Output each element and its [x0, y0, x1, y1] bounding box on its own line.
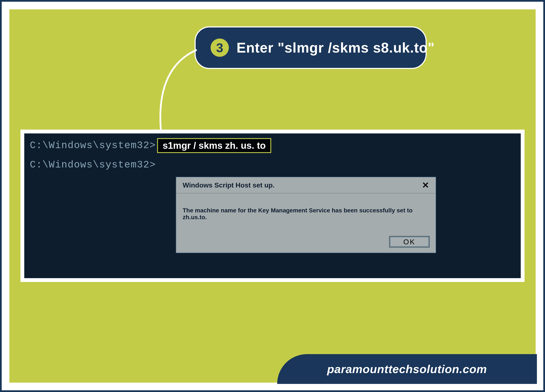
highlighted-command: s1mgr / skms zh. us. to — [157, 138, 271, 153]
dialog-title-bar: Windows Script Host set up. ✕ — [176, 177, 436, 193]
terminal-prompt-1: C:\Windows\system32> — [30, 140, 156, 151]
terminal-window[interactable]: C:\Windows\system32> s1mgr / skms zh. us… — [24, 134, 521, 278]
dialog-body-text: The machine name for the Key Management … — [176, 193, 436, 233]
outer-frame: 3 Enter "slmgr /skms s8.uk.to" C:\Window… — [0, 0, 545, 392]
script-host-dialog: Windows Script Host set up. ✕ The machin… — [176, 177, 436, 253]
footer-url-text: paramounttechsolution.com — [327, 362, 487, 376]
ok-button[interactable]: OK — [389, 236, 430, 247]
step-number-badge: 3 — [211, 38, 229, 57]
terminal-frame: C:\Windows\system32> s1mgr / skms zh. us… — [20, 130, 525, 282]
terminal-line-1: C:\Windows\system32> s1mgr / skms zh. us… — [30, 138, 515, 153]
inner-background: 3 Enter "slmgr /skms s8.uk.to" C:\Window… — [9, 9, 536, 383]
terminal-prompt-2: C:\Windows\system32> — [30, 159, 515, 171]
footer-branding: paramounttechsolution.com — [277, 354, 537, 384]
instruction-text: Enter "slmgr /skms s8.uk.to" — [236, 40, 435, 56]
dialog-title-text: Windows Script Host set up. — [183, 181, 275, 189]
dialog-footer: OK — [176, 233, 436, 253]
close-icon[interactable]: ✕ — [420, 180, 431, 190]
instruction-callout: 3 Enter "slmgr /skms s8.uk.to" — [195, 26, 427, 69]
